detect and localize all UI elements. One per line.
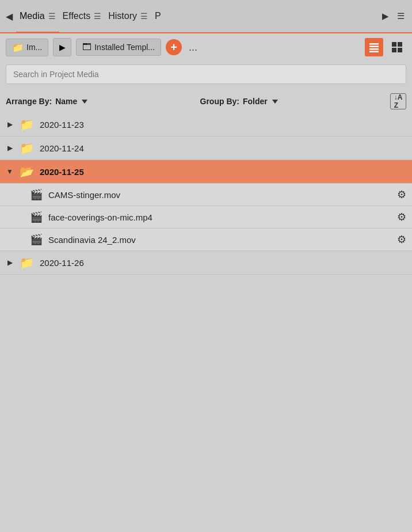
expand-arrow-icon: ▶ — [6, 120, 14, 128]
tab-bar: ◀ Media ☰ Effects ☰ History ☰ P ▶ ☰ — [0, 0, 412, 33]
svg-marker-8 — [82, 100, 87, 104]
list-view-button[interactable] — [365, 38, 383, 56]
file-row[interactable]: 🎬 face-coverings-on-mic.mp4 ⚙ — [0, 206, 412, 229]
grid-view-icon — [391, 41, 403, 53]
template-icon: 🗔 — [82, 42, 91, 52]
svg-rect-7 — [398, 48, 402, 52]
tab-history-menu-icon[interactable]: ☰ — [140, 12, 148, 21]
gear-icon[interactable]: ⚙ — [397, 233, 406, 246]
tab-effects[interactable]: Effects ☰ — [59, 0, 105, 32]
expand-arrow-open-icon: ▼ — [6, 168, 14, 176]
file-list: ▶ 📁 2020-11-23 ▶ 📁 2020-11-24 ▼ 📂 2020-1… — [0, 113, 412, 532]
svg-rect-6 — [392, 48, 396, 52]
tab-p-label: P — [155, 11, 161, 21]
list-view-icon — [368, 41, 380, 53]
group-by-label: Group By: — [200, 97, 239, 106]
film-icon: 🎬 — [30, 233, 43, 246]
arrange-dropdown-icon — [81, 97, 89, 105]
svg-rect-2 — [369, 48, 379, 50]
tab-prev-button[interactable]: ◀ — [2, 0, 16, 32]
svg-rect-0 — [369, 43, 379, 45]
expand-arrow-icon: ▶ — [6, 259, 14, 267]
svg-rect-3 — [369, 51, 379, 53]
tab-history[interactable]: History ☰ — [105, 0, 151, 32]
file-name: CAMS-stinger.mov — [48, 190, 391, 200]
import-button[interactable]: 📁 Im... — [6, 39, 48, 56]
file-row[interactable]: 🎬 Scandinavia 24_2.mov ⚙ — [0, 229, 412, 251]
svg-rect-1 — [369, 46, 379, 48]
folder-closed-icon: 📁 — [20, 256, 34, 269]
tab-history-label: History — [108, 11, 137, 21]
more-button[interactable]: ... — [186, 41, 200, 54]
folder-name: 2020-11-26 — [40, 258, 84, 268]
folder-closed-icon: 📁 — [20, 117, 34, 131]
folder-icon: 📁 — [12, 42, 24, 53]
tab-overflow-button[interactable]: ☰ — [394, 11, 407, 21]
sort-bar: Arrange By: Name Group By: Folder ↓AZ — [0, 90, 412, 113]
group-by-select[interactable]: Group By: Folder — [200, 97, 279, 106]
group-by-value: Folder — [243, 97, 268, 106]
file-name: face-coverings-on-mic.mp4 — [48, 212, 391, 222]
templates-button-label: Installed Templ... — [94, 43, 155, 52]
search-bar — [6, 64, 406, 84]
tab-effects-label: Effects — [63, 11, 91, 21]
sort-az-icon: ↓AZ — [394, 93, 403, 109]
folder-closed-icon: 📁 — [20, 141, 34, 155]
folder-name: 2020-11-23 — [40, 120, 84, 130]
arrange-by-label: Arrange By: — [6, 97, 52, 106]
tab-p[interactable]: P — [151, 0, 165, 32]
tab-media-menu-icon[interactable]: ☰ — [48, 12, 56, 21]
tab-play-button[interactable]: ▶ — [379, 11, 392, 21]
tab-effects-menu-icon[interactable]: ☰ — [94, 12, 101, 21]
tab-media[interactable]: Media ☰ — [16, 0, 59, 33]
folder-open-icon: 📂 — [20, 165, 34, 178]
svg-rect-4 — [392, 42, 396, 47]
arrange-by-value: Name — [55, 97, 77, 106]
folder-row[interactable]: ▶ 📁 2020-11-23 — [0, 113, 412, 136]
add-icon: + — [170, 41, 177, 54]
tab-media-label: Media — [20, 11, 45, 21]
film-icon: 🎬 — [30, 211, 43, 223]
svg-rect-5 — [398, 42, 402, 47]
search-input[interactable] — [6, 64, 406, 84]
play-icon: ▶ — [59, 43, 66, 52]
grid-view-button[interactable] — [388, 38, 406, 56]
add-button[interactable]: + — [166, 39, 182, 55]
folder-row[interactable]: ▶ 📁 2020-11-24 — [0, 136, 412, 160]
folder-name: 2020-11-24 — [40, 143, 84, 153]
file-name: Scandinavia 24_2.mov — [48, 235, 391, 245]
film-icon: 🎬 — [30, 188, 43, 201]
toolbar: 📁 Im... ▶ 🗔 Installed Templ... + ... — [0, 33, 412, 61]
main-content: 📁 Im... ▶ 🗔 Installed Templ... + ... — [0, 33, 412, 532]
arrange-by-select[interactable]: Arrange By: Name — [6, 97, 89, 106]
folder-row[interactable]: ▶ 📁 2020-11-26 — [0, 251, 412, 275]
file-row[interactable]: 🎬 CAMS-stinger.mov ⚙ — [0, 184, 412, 206]
gear-icon[interactable]: ⚙ — [397, 211, 406, 223]
folder-row-expanded[interactable]: ▼ 📂 2020-11-25 — [0, 160, 412, 184]
templates-button[interactable]: 🗔 Installed Templ... — [76, 39, 161, 56]
gear-icon[interactable]: ⚙ — [397, 188, 406, 201]
import-button-label: Im... — [26, 43, 42, 52]
svg-marker-9 — [272, 100, 278, 104]
folder-name-expanded: 2020-11-25 — [40, 167, 84, 177]
group-dropdown-icon — [271, 97, 279, 105]
sort-az-button[interactable]: ↓AZ — [390, 93, 406, 109]
expand-arrow-icon: ▶ — [6, 144, 14, 152]
play-button[interactable]: ▶ — [53, 38, 71, 56]
tab-extra-controls: ▶ ☰ — [377, 0, 410, 32]
